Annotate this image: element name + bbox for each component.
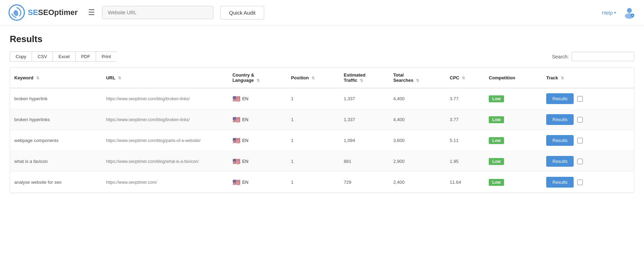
cell-url: https://www.seoptimer.com/blog/what-is-a… <box>102 151 228 172</box>
cell-track: Results <box>542 109 634 130</box>
col-competition: Competition <box>485 68 542 88</box>
sort-country-icon[interactable]: ⇅ <box>257 78 260 82</box>
col-url: URL ⇅ <box>102 68 228 88</box>
col-searches: TotalSearches ⇅ <box>389 68 446 88</box>
cell-url: https://www.seoptimer.com/ <box>102 172 228 193</box>
sort-track-icon[interactable]: ⇅ <box>561 76 564 80</box>
svg-point-1 <box>627 8 632 13</box>
help-chevron-icon: ▾ <box>614 10 616 15</box>
flag-icon: 🇺🇸 <box>233 179 240 186</box>
cell-url: https://www.seoptimer.com/blog/parts-of-… <box>102 130 228 151</box>
results-button[interactable]: Results <box>546 93 574 104</box>
logo-icon <box>8 4 25 21</box>
copy-button[interactable]: Copy <box>10 52 32 62</box>
main-content: Results Copy CSV Excel PDF Print Search:… <box>0 25 644 202</box>
cell-country: 🇺🇸 EN <box>228 151 287 172</box>
toolbar: Copy CSV Excel PDF Print Search: <box>10 52 634 62</box>
excel-button[interactable]: Excel <box>53 52 75 62</box>
cell-url: https://www.seoptimer.com/blog/broken-li… <box>102 88 228 109</box>
sort-keyword-icon[interactable]: ⇅ <box>36 76 39 80</box>
csv-button[interactable]: CSV <box>32 52 53 62</box>
pdf-button[interactable]: PDF <box>75 52 96 62</box>
sort-cpc-icon[interactable]: ⇅ <box>462 76 465 80</box>
cell-keyword: broken hyperlink <box>10 88 102 109</box>
cell-country: 🇺🇸 EN <box>228 172 287 193</box>
cell-track: Results <box>542 88 634 109</box>
track-checkbox[interactable] <box>577 180 583 185</box>
cell-position: 1 <box>287 88 340 109</box>
quick-audit-button[interactable]: Quick Audit <box>220 6 264 19</box>
sort-searches-icon[interactable]: ⇅ <box>416 78 419 82</box>
cell-searches: 4,400 <box>389 88 446 109</box>
cell-track: Results <box>542 130 634 151</box>
cell-cpc: 1.95 <box>446 151 485 172</box>
lang-label: EN <box>242 180 249 185</box>
flag-icon: 🇺🇸 <box>233 116 240 124</box>
competition-badge: Low <box>489 116 504 123</box>
cell-position: 1 <box>287 151 340 172</box>
col-country: Country &Language ⇅ <box>228 68 287 88</box>
cell-traffic: 1,094 <box>340 130 389 151</box>
track-checkbox[interactable] <box>577 96 583 102</box>
website-url-input[interactable] <box>102 6 213 19</box>
cell-position: 1 <box>287 130 340 151</box>
table-row: analyse website for seo https://www.seop… <box>10 172 634 193</box>
col-traffic: EstimatedTraffic ⇅ <box>340 68 389 88</box>
page-title: Results <box>10 34 634 45</box>
table-row: webpage components https://www.seoptimer… <box>10 130 634 151</box>
sort-url-icon[interactable]: ⇅ <box>118 76 121 80</box>
cell-country: 🇺🇸 EN <box>228 109 287 130</box>
cell-cpc: 3.77 <box>446 88 485 109</box>
results-button[interactable]: Results <box>546 156 574 167</box>
competition-badge: Low <box>489 137 504 144</box>
track-checkbox[interactable] <box>577 117 583 123</box>
logo[interactable]: SESEOptimer <box>8 4 78 21</box>
cell-track: Results <box>542 151 634 172</box>
hamburger-menu[interactable]: ☰ <box>88 9 95 16</box>
logo-text: SESEOptimer <box>28 8 78 17</box>
cell-competition: Low <box>485 130 542 151</box>
cell-searches: 3,600 <box>389 130 446 151</box>
col-keyword: Keyword ⇅ <box>10 68 102 88</box>
cell-keyword: what is a favicon <box>10 151 102 172</box>
results-button[interactable]: Results <box>546 114 574 125</box>
results-button[interactable]: Results <box>546 135 574 146</box>
search-label: Search: <box>552 54 569 60</box>
lang-label: EN <box>242 138 249 143</box>
search-area: Search: <box>552 52 634 61</box>
cell-traffic: 1,337 <box>340 88 389 109</box>
results-button[interactable]: Results <box>546 177 574 188</box>
cell-cpc: 5.11 <box>446 130 485 151</box>
cell-traffic: 1,337 <box>340 109 389 130</box>
cell-searches: 2,900 <box>389 151 446 172</box>
cell-url: https://www.seoptimer.com/blog/broken-li… <box>102 109 228 130</box>
results-table: Keyword ⇅ URL ⇅ Country &Language ⇅ Posi… <box>10 68 634 193</box>
table-header-row: Keyword ⇅ URL ⇅ Country &Language ⇅ Posi… <box>10 68 634 88</box>
print-button[interactable]: Print <box>96 52 117 62</box>
cell-searches: 4,400 <box>389 109 446 130</box>
track-checkbox[interactable] <box>577 159 583 164</box>
cell-keyword: analyse website for seo <box>10 172 102 193</box>
cell-keyword: broken hyperlinks <box>10 109 102 130</box>
flag-icon: 🇺🇸 <box>233 95 240 103</box>
cell-traffic: 729 <box>340 172 389 193</box>
help-button[interactable]: Help ▾ <box>602 10 616 16</box>
sort-traffic-icon[interactable]: ⇅ <box>360 78 363 82</box>
svg-text:+: + <box>632 14 634 17</box>
cell-track: Results <box>542 172 634 193</box>
lang-label: EN <box>242 117 249 122</box>
help-label: Help <box>602 10 613 16</box>
search-input[interactable] <box>572 52 634 61</box>
cell-position: 1 <box>287 109 340 130</box>
competition-badge: Low <box>489 179 504 186</box>
track-checkbox[interactable] <box>577 138 583 143</box>
table-row: broken hyperlink https://www.seoptimer.c… <box>10 88 634 109</box>
lang-label: EN <box>242 159 249 164</box>
user-avatar[interactable]: + <box>623 6 636 19</box>
cell-competition: Low <box>485 109 542 130</box>
sort-position-icon[interactable]: ⇅ <box>312 76 315 80</box>
header: SESEOptimer ☰ Quick Audit Help ▾ + <box>0 0 644 25</box>
col-position: Position ⇅ <box>287 68 340 88</box>
lang-label: EN <box>242 96 249 101</box>
cell-traffic: 881 <box>340 151 389 172</box>
